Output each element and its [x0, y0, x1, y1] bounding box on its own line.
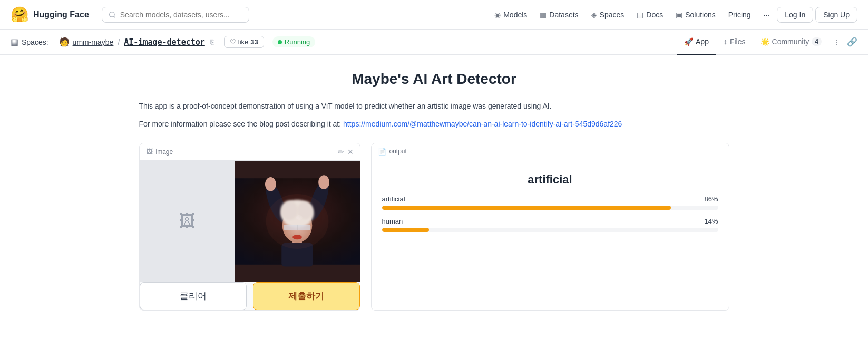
- login-button[interactable]: Log In: [777, 7, 813, 23]
- output-result: artificial: [372, 160, 729, 195]
- nav-pricing-label: Pricing: [728, 11, 751, 19]
- like-count: 33: [250, 38, 258, 46]
- output-bars: artificial 86% human 14%: [372, 195, 729, 250]
- community-tab-icon: 🌟: [760, 37, 769, 46]
- tab-files-label: Files: [730, 37, 746, 46]
- spaces-breadcrumb-icon: ▦: [11, 37, 18, 47]
- breadcrumb-owner[interactable]: umm-maybe: [73, 38, 114, 46]
- submit-button[interactable]: 제출하기: [253, 282, 360, 310]
- uploaded-image: [235, 161, 360, 282]
- bar-artificial-header: artificial 86%: [382, 195, 718, 203]
- image-label-icon: 🖼: [146, 148, 153, 156]
- output-panel: 📄 output artificial artificial 86% human: [371, 143, 729, 311]
- search-input[interactable]: [120, 11, 242, 19]
- tab-community-label: Community: [772, 37, 810, 46]
- output-label-icon: 📄: [378, 148, 386, 156]
- image-panel-label: 🖼 image ✏ ✕: [140, 143, 360, 161]
- description-1: This app is a proof-of-concept demonstra…: [139, 100, 729, 112]
- edit-icon[interactable]: ✏: [338, 148, 344, 156]
- svg-point-0: [110, 12, 114, 16]
- copy-icon[interactable]: ⎘: [210, 38, 214, 46]
- models-icon: ◉: [494, 11, 501, 19]
- tab-bar: 🚀 App ↕ Files 🌟 Community 4 ⋮ 🔗: [677, 30, 857, 55]
- bar-human: human 14%: [382, 217, 718, 232]
- image-placeholder: 🖼: [140, 161, 235, 282]
- heart-icon: ♡: [230, 38, 236, 46]
- status-badge: Running: [272, 36, 315, 47]
- files-tab-icon: ↕: [724, 37, 727, 46]
- bar-artificial: artificial 86%: [382, 195, 718, 210]
- blog-link[interactable]: https://medium.com/@matthewmaybe/can-an-…: [343, 120, 622, 128]
- nav-more-icon: ···: [764, 11, 770, 19]
- nav-pricing[interactable]: Pricing: [723, 7, 756, 22]
- breadcrumb-spaces-label: Spaces:: [22, 38, 48, 46]
- close-icon[interactable]: ✕: [347, 148, 354, 156]
- nav-solutions-label: Solutions: [685, 11, 716, 19]
- app-tab-icon: 🚀: [684, 37, 693, 46]
- nav-more[interactable]: ···: [758, 7, 775, 22]
- app-panels: 🖼 image ✏ ✕ 🖼: [139, 143, 729, 311]
- svg-point-5: [265, 177, 276, 191]
- owner-avatar-icon: 🧑: [59, 37, 70, 47]
- image-panel-actions: ✏ ✕: [338, 148, 354, 156]
- image-area[interactable]: 🖼: [140, 161, 360, 282]
- nav-spaces[interactable]: ◈ Spaces: [586, 7, 630, 22]
- breadcrumb-slash: /: [118, 38, 120, 46]
- image-panel: 🖼 image ✏ ✕ 🖼: [139, 143, 360, 311]
- like-button[interactable]: ♡ like 33: [224, 36, 264, 48]
- image-label-text: image: [156, 148, 173, 156]
- top-nav: 🤗 Hugging Face ◉ Models ▦ Datasets ◈ Spa…: [0, 0, 868, 30]
- search-bar: [102, 7, 249, 23]
- solutions-icon: ▣: [676, 11, 682, 19]
- link-share-icon[interactable]: 🔗: [847, 37, 857, 47]
- nav-datasets-label: Datasets: [549, 11, 578, 19]
- bar-human-header: human 14%: [382, 217, 718, 225]
- status-text: Running: [285, 38, 310, 46]
- clear-button[interactable]: 클리어: [140, 282, 247, 310]
- bar-artificial-track: [382, 206, 718, 210]
- svg-point-17: [266, 194, 328, 249]
- breadcrumb-left: ▦ Spaces: 🧑 umm-maybe / AI-image-detecto…: [11, 36, 677, 48]
- nav-solutions[interactable]: ▣ Solutions: [670, 7, 721, 22]
- breadcrumb-bar: ▦ Spaces: 🧑 umm-maybe / AI-image-detecto…: [0, 30, 868, 55]
- nav-models[interactable]: ◉ Models: [489, 7, 532, 22]
- tab-files[interactable]: ↕ Files: [716, 30, 753, 55]
- nav-links: ◉ Models ▦ Datasets ◈ Spaces ▤ Docs ▣ So…: [489, 7, 857, 23]
- tab-community[interactable]: 🌟 Community 4: [753, 30, 829, 55]
- bar-artificial-pct: 86%: [704, 195, 718, 203]
- output-label-text: output: [389, 148, 407, 155]
- nav-datasets[interactable]: ▦ Datasets: [534, 7, 583, 22]
- docs-icon: ▤: [637, 11, 643, 19]
- tab-more-icon[interactable]: ⋮: [829, 38, 845, 46]
- main-content: Maybe's AI Art Detector This app is a pr…: [118, 55, 750, 326]
- breadcrumb-repo[interactable]: AI-image-detector: [124, 37, 205, 47]
- spaces-icon: ◈: [591, 11, 597, 19]
- bar-artificial-fill: [382, 206, 671, 210]
- bar-human-track: [382, 228, 718, 232]
- tab-app[interactable]: 🚀 App: [677, 30, 716, 55]
- svg-point-6: [318, 175, 329, 189]
- bar-artificial-label: artificial: [382, 195, 405, 203]
- page-title: Maybe's AI Art Detector: [139, 71, 729, 88]
- nav-docs[interactable]: ▤ Docs: [631, 7, 668, 22]
- description-2: For more information please see the blog…: [139, 118, 729, 130]
- search-icon: [109, 11, 116, 18]
- image-svg: [235, 163, 360, 279]
- bar-human-pct: 14%: [704, 217, 718, 225]
- nav-models-label: Models: [503, 11, 527, 19]
- nav-docs-label: Docs: [646, 11, 663, 19]
- button-row: 클리어 제출하기: [140, 282, 360, 310]
- status-dot-icon: [278, 40, 282, 44]
- community-badge: 4: [812, 37, 822, 46]
- nav-spaces-label: Spaces: [600, 11, 625, 19]
- svg-line-1: [113, 16, 115, 17]
- logo-text: Hugging Face: [33, 10, 89, 20]
- datasets-icon: ▦: [540, 11, 547, 19]
- bar-human-fill: [382, 228, 429, 232]
- hugging-face-icon: 🤗: [11, 6, 29, 23]
- logo-link[interactable]: 🤗 Hugging Face: [11, 6, 89, 23]
- tab-app-label: App: [696, 37, 709, 46]
- signup-button[interactable]: Sign Up: [815, 7, 857, 23]
- output-panel-label: 📄 output: [372, 143, 729, 160]
- bar-human-label: human: [382, 217, 403, 225]
